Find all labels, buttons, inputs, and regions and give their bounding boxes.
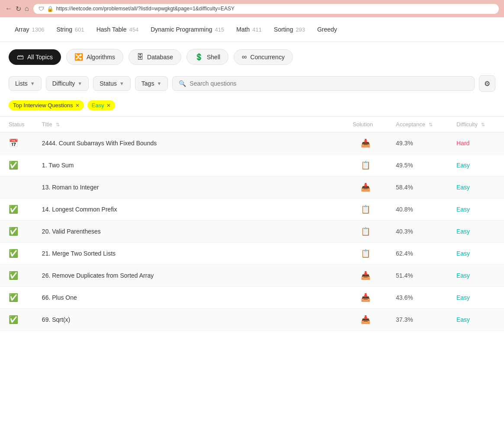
- settings-button[interactable]: ⚙: [479, 75, 495, 92]
- acceptance-cell: 43.6%: [387, 287, 448, 309]
- lists-label: Lists: [15, 80, 28, 87]
- title-cell[interactable]: 13. Roman to Integer: [33, 176, 344, 199]
- solution-cell[interactable]: 📋: [344, 221, 387, 243]
- lists-chevron-icon: ▼: [30, 81, 35, 86]
- title-cell[interactable]: 2444. Count Subarrays With Fixed Bounds: [33, 132, 344, 154]
- acceptance-cell: 49.5%: [387, 154, 448, 176]
- difficulty-value: Easy: [456, 272, 470, 279]
- acceptance-cell: 49.3%: [387, 132, 448, 154]
- difficulty-value: Easy: [456, 294, 470, 301]
- category-name: String: [56, 26, 72, 33]
- title-cell[interactable]: 1. Two Sum: [33, 154, 344, 176]
- solution-icon[interactable]: 📥: [361, 293, 370, 302]
- problem-title[interactable]: 66. Plus One: [42, 294, 77, 301]
- title-cell[interactable]: 20. Valid Parentheses: [33, 221, 344, 243]
- gear-icon: ⚙: [484, 80, 490, 88]
- category-count: 293: [295, 26, 305, 33]
- table-row: 📅 2444. Count Subarrays With Fixed Bound…: [0, 132, 504, 154]
- category-tab-string[interactable]: String601: [50, 23, 90, 35]
- category-tab-hash-table[interactable]: Hash Table454: [90, 23, 145, 35]
- problem-title[interactable]: 14. Longest Common Prefix: [42, 206, 117, 213]
- table-row: ✅ 1. Two Sum 📋 49.5% Easy: [0, 154, 504, 176]
- solution-cell[interactable]: 📥: [344, 309, 387, 331]
- top-interview-filter-tag[interactable]: Top Interview Questions ✕: [9, 100, 84, 110]
- solution-icon[interactable]: 📋: [361, 161, 370, 170]
- difficulty-filter[interactable]: Difficulty ▼: [46, 76, 89, 91]
- problem-title[interactable]: 69. Sqrt(x): [42, 316, 70, 323]
- title-sort-icon[interactable]: ⇅: [56, 122, 60, 127]
- problem-title[interactable]: 1. Two Sum: [42, 162, 74, 169]
- search-input[interactable]: [189, 80, 468, 87]
- lists-filter[interactable]: Lists ▼: [9, 76, 42, 91]
- solution-cell[interactable]: 📥: [344, 132, 387, 154]
- back-icon[interactable]: ←: [5, 5, 12, 13]
- title-cell[interactable]: 14. Longest Common Prefix: [33, 199, 344, 221]
- category-tab-dynamic-programming[interactable]: Dynamic Programming415: [144, 23, 230, 35]
- problem-title[interactable]: 21. Merge Two Sorted Lists: [42, 250, 116, 257]
- status-cell: 📅: [0, 132, 33, 154]
- solution-cell[interactable]: 📥: [344, 287, 387, 309]
- category-tab-array[interactable]: Array1306: [9, 23, 50, 35]
- title-cell[interactable]: 66. Plus One: [33, 287, 344, 309]
- table-row: ✅ 66. Plus One 📥 43.6% Easy: [0, 287, 504, 309]
- easy-remove-icon[interactable]: ✕: [106, 102, 111, 109]
- top-interview-tag-label: Top Interview Questions: [13, 102, 73, 109]
- problem-title[interactable]: 26. Remove Duplicates from Sorted Array: [42, 272, 154, 279]
- solution-icon[interactable]: 📥: [361, 183, 370, 192]
- solution-icon[interactable]: 📋: [361, 249, 370, 258]
- top-interview-remove-icon[interactable]: ✕: [75, 102, 80, 109]
- status-filter[interactable]: Status ▼: [93, 76, 131, 91]
- solution-cell[interactable]: 📋: [344, 154, 387, 176]
- category-tab-greedy[interactable]: Greedy: [311, 23, 343, 35]
- solution-cell[interactable]: 📋: [344, 243, 387, 265]
- solution-cell[interactable]: 📋: [344, 199, 387, 221]
- status-label: Status: [100, 80, 117, 87]
- solution-header: Solution: [344, 117, 387, 132]
- difficulty-cell: Easy: [448, 199, 504, 221]
- title-cell[interactable]: 69. Sqrt(x): [33, 309, 344, 331]
- solution-icon[interactable]: 📥: [361, 315, 370, 324]
- search-icon: 🔍: [179, 80, 186, 87]
- problem-title[interactable]: 2444. Count Subarrays With Fixed Bounds: [42, 140, 157, 147]
- solution-icon[interactable]: 📋: [361, 227, 370, 236]
- difficulty-sort-icon[interactable]: ⇅: [481, 122, 485, 127]
- acceptance-value: 58.4%: [396, 184, 413, 191]
- problem-title[interactable]: 20. Valid Parentheses: [42, 228, 101, 235]
- title-cell[interactable]: 21. Merge Two Sorted Lists: [33, 243, 344, 265]
- category-tab-sorting[interactable]: Sorting293: [268, 23, 311, 35]
- acceptance-value: 49.3%: [396, 140, 413, 147]
- title-cell[interactable]: 26. Remove Duplicates from Sorted Array: [33, 265, 344, 287]
- solved-icon: ✅: [9, 227, 18, 236]
- topic-btn-shell[interactable]: 💲Shell: [186, 49, 228, 65]
- solution-icon[interactable]: 📥: [361, 139, 370, 147]
- topic-btn-all-topics[interactable]: 🗃All Topics: [9, 49, 61, 65]
- difficulty-value: Hard: [456, 140, 469, 147]
- topic-btn-database[interactable]: 🗄Database: [128, 49, 181, 65]
- tags-filter[interactable]: Tags ▼: [135, 76, 168, 91]
- status-cell: ✅: [0, 154, 33, 176]
- category-count: 411: [252, 26, 262, 33]
- acceptance-sort-icon[interactable]: ⇅: [429, 122, 433, 127]
- topic-btn-algorithms[interactable]: 🔀Algorithms: [66, 49, 123, 65]
- category-tab-math[interactable]: Math411: [230, 23, 268, 35]
- category-count: 601: [75, 26, 84, 33]
- solution-cell[interactable]: 📥: [344, 265, 387, 287]
- solution-cell[interactable]: 📥: [344, 176, 387, 199]
- solution-icon[interactable]: 📋: [361, 205, 370, 214]
- problem-title[interactable]: 13. Roman to Integer: [42, 184, 99, 191]
- address-bar[interactable]: 🛡 🔒 https://leetcode.com/problemset/all/…: [33, 4, 499, 14]
- acceptance-value: 49.5%: [396, 162, 413, 169]
- table-row: ✅ 26. Remove Duplicates from Sorted Arra…: [0, 265, 504, 287]
- difficulty-cell: Hard: [448, 132, 504, 154]
- search-box[interactable]: 🔍: [172, 76, 475, 91]
- refresh-icon[interactable]: ↻: [16, 5, 21, 13]
- topic-icon-algorithms: 🔀: [74, 53, 83, 61]
- solution-icon[interactable]: 📥: [361, 271, 370, 280]
- easy-filter-tag[interactable]: Easy ✕: [87, 100, 115, 110]
- home-icon[interactable]: ⌂: [25, 5, 29, 13]
- calendar-icon: 📅: [9, 139, 18, 147]
- difficulty-value: Easy: [456, 184, 470, 191]
- category-name: Greedy: [317, 26, 337, 33]
- topic-btn-concurrency[interactable]: ∞Concurrency: [234, 49, 293, 65]
- browser-bar: ← ↻ ⌂ 🛡 🔒 https://leetcode.com/problemse…: [0, 0, 504, 17]
